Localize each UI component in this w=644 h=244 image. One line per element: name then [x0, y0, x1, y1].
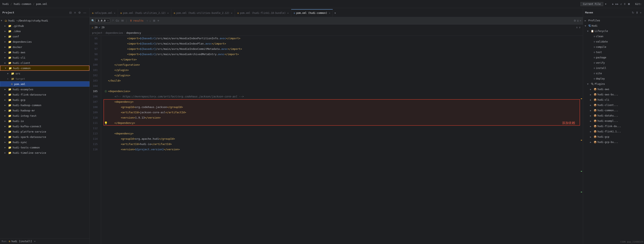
maven-plugin-hudi-gcp[interactable]: ▶ 📦 hudi-gcp	[583, 134, 644, 139]
run-bar: Run: m hudi [install] ×	[0, 238, 90, 244]
filter-btn[interactable]: ⚙	[574, 19, 576, 22]
maven-add-btn[interactable]: +	[640, 10, 642, 15]
maven-lifecycle[interactable]: ▼ 📋 Lifecycle	[583, 28, 644, 34]
tree-item-docker[interactable]: ▶ 📁 docker	[0, 44, 90, 50]
code-line-108: <groupId>org.codehaus.jackson</groupId>	[104, 105, 580, 110]
sidebar-collapse-btn[interactable]: ⊟	[68, 10, 72, 15]
maven-plugin-hudi-client[interactable]: ▶ 📦 hudi-client...	[583, 103, 644, 108]
code-line-112	[104, 126, 580, 131]
maven-profiles[interactable]: ▶ Profiles	[583, 18, 644, 23]
search-match-btn[interactable]: ⊞	[152, 19, 156, 22]
tab-hudi-common[interactable]: m pom.xml (hudi-common) ×	[291, 9, 333, 17]
warn-collapse-btn[interactable]: ∨	[579, 26, 581, 29]
maven-lifecycle-verify[interactable]: ▶ ⚙ verify	[583, 60, 644, 65]
breadcrumb-dependencies[interactable]: dependencies	[106, 31, 123, 34]
tree-item-hudi-client[interactable]: ▶ 📁 hudi-client	[0, 60, 90, 65]
code-line-105: <dependencies>	[104, 89, 580, 94]
run-close-btn[interactable]: ×	[34, 240, 36, 243]
maven-plugin-hudi-common[interactable]: ▶ 📦 hudi-common...	[583, 108, 644, 113]
maven-lifecycle-deploy[interactable]: ▶ ⚙ deploy	[583, 76, 644, 81]
search-actions: .* Cc W	[111, 19, 124, 22]
dropdown-icon[interactable]: ▾	[605, 2, 606, 5]
filter-icon-btn[interactable]: ⧖	[577, 19, 579, 22]
search-input-wrapper: 3.0.0 ×	[96, 19, 110, 22]
search-context-btn[interactable]: ≡	[157, 19, 160, 22]
breadcrumb-project[interactable]: project	[92, 31, 102, 34]
search-prev-btn[interactable]: ↑	[146, 19, 148, 22]
hint-lightbulb-icon[interactable]: 💡	[104, 120, 108, 126]
tab-utilities-212[interactable]: m pom.xml (hudi-utilities_2.12) ×	[118, 9, 172, 17]
tab-more-button[interactable]: ▾	[333, 9, 338, 17]
tree-item-dependencies[interactable]: ▶ 📁 dependencies	[0, 39, 90, 44]
tree-item-idea[interactable]: ▶ 📁 .idea	[0, 28, 90, 34]
search-word-btn[interactable]: W	[120, 19, 124, 22]
search-case-btn[interactable]: Cc	[115, 19, 120, 22]
tab-utilities-bundle-212[interactable]: m pom.xml (hudi-utilities-bundle_2.12) ×	[172, 9, 235, 17]
tree-item-conf[interactable]: ▶ 📁 conf	[0, 34, 90, 39]
title-bar-left: hudi / hudi-common / pom.xml	[2, 2, 47, 5]
maven-plugin-hudi-gcp-bu[interactable]: ▶ 📦 hudi-gcp-bu...	[583, 139, 644, 145]
maven-plugin-hudi-aws[interactable]: ▶ 📦 hudi-aws	[583, 87, 644, 92]
close-search-btn[interactable]: ×	[580, 19, 581, 22]
maven-plugins[interactable]: ▼ 🔌 Plugins	[583, 81, 644, 87]
csdn-tag: CSDN @qq_21480329	[620, 241, 643, 243]
search-regex-btn[interactable]: .*	[111, 19, 114, 22]
tree-item-hudi-common[interactable]: ▼ 📁 hudi-common	[0, 65, 90, 71]
tree-item-github[interactable]: ▶ 📁 .github	[0, 23, 90, 28]
tree-item-target[interactable]: ▶ 📁 target	[0, 76, 90, 81]
maven-lifecycle-site[interactable]: ▶ ⚙ site	[583, 71, 644, 76]
tree-item-hudi-flink-datasource[interactable]: ▶ 📁 hudi-flink-datasource	[0, 92, 90, 97]
tree-item-hudi-tests-common[interactable]: ▶ 📁 hudi-tests-common	[0, 145, 90, 150]
tree-item-hudi-timeline-service[interactable]: ▶ 📁 hudi-timeline-service	[0, 150, 90, 155]
maven-refresh-btn[interactable]: ↻	[631, 10, 635, 15]
tree-item-hudi-platform-service[interactable]: ▶ 📁 hudi-platform-service	[0, 129, 90, 134]
tree-item-hudi-hadoop-common[interactable]: ▶ 📁 hudi-hadoop-common	[0, 103, 90, 108]
tree-item-hudi-cli[interactable]: ▶ 📁 hudi-cli	[0, 55, 90, 60]
tree-item-hudi-examples[interactable]: ▶ 📁 hudi-examples	[0, 87, 90, 92]
tree-item-hudi-kafka-connect[interactable]: ▶ 📁 hudi-kafka-connect	[0, 124, 90, 129]
sidebar-settings-btn[interactable]: ⚙	[78, 10, 82, 15]
maven-download-btn[interactable]: ⬇	[636, 10, 639, 15]
tree-item-hudi-aws[interactable]: ▶ 📁 hudi-aws	[0, 50, 90, 55]
code-line-114: <groupId>org.apache.hudi</groupId>	[104, 136, 580, 141]
maven-hudi[interactable]: ▼ 🏗 Hudi	[583, 23, 644, 28]
maven-lifecycle-validate[interactable]: ▶ ⚙ validate	[583, 39, 644, 44]
maven-lifecycle-clean[interactable]: ▶ ⚙ clean	[583, 34, 644, 39]
tree-item-pom-xml[interactable]: ▶ m pom.xml	[0, 81, 90, 87]
linenum-99: 99	[90, 57, 99, 62]
run-label: Run:	[2, 240, 8, 243]
search-clear-btn[interactable]: ×	[107, 19, 108, 22]
sep1: /	[10, 2, 12, 5]
sidebar-close-btn[interactable]: —	[82, 10, 87, 15]
current-file-btn[interactable]: Current File	[580, 2, 604, 6]
tab-flink118-bundle[interactable]: m pom.xml (hudi-flink1.18-bundle) ×	[235, 9, 291, 17]
maven-plugin-hudi-exampl[interactable]: ▶ 📦 hudi-exampl...	[583, 118, 644, 124]
maven-lifecycle-install[interactable]: ▶ ⚙ install	[583, 65, 644, 71]
maven-plugin-hudi-flink-da[interactable]: ▶ 📦 hudi-flink-da...	[583, 124, 644, 129]
tree-item-hudi-sync[interactable]: ▶ 📁 hudi-sync	[0, 139, 90, 145]
sep2: /	[33, 2, 34, 5]
tree-item-hudi-spark-datasource[interactable]: ▶ 📁 hudi-spark-datasource	[0, 134, 90, 139]
maven-lifecycle-package[interactable]: ▶ ⚙ package	[583, 55, 644, 60]
sidebar-expand-btn[interactable]: ≡	[73, 10, 77, 15]
tree-item-hudi-integ-test[interactable]: ▶ 📁 hudi-integ-test	[0, 113, 90, 118]
maven-lifecycle-test[interactable]: ▶ ⚙ test	[583, 50, 644, 55]
breadcrumb-dependency[interactable]: dependency	[126, 31, 141, 34]
search-next-btn[interactable]: ↓	[149, 19, 152, 22]
maven-plugin-hudi-cli[interactable]: ▶ 📦 hudi-cli	[583, 97, 644, 103]
maven-lifecycle-compile[interactable]: ▶ ⚙ compile	[583, 44, 644, 50]
warn-expand-btn[interactable]: ∧	[576, 26, 578, 29]
code-line-95: <import>${basedir}/src/main/avro/HoodieI…	[104, 36, 580, 41]
project-label: hudi	[2, 2, 9, 5]
tree-item-hudi-io[interactable]: ▶ 📁 hudi-io	[0, 118, 90, 124]
maven-plugin-hudi-aws-bu[interactable]: ▶ 📦 hudi-aws-bu...	[583, 92, 644, 97]
maven-plugin-hudi-flink11[interactable]: ▶ 📦 hudi-flink1.1...	[583, 129, 644, 134]
tab-ndle-pom[interactable]: m ndle/pom.xml ×	[90, 9, 118, 17]
tree-item-hudi-hadoop-mr[interactable]: ▶ 📁 hudi-hadoop-mr	[0, 108, 90, 113]
code-line-109: <artifactId>jackson-core-asl</artifactId…	[104, 110, 580, 115]
tree-item-src[interactable]: ▶ 📁 src	[0, 71, 90, 76]
scroll-track[interactable]	[580, 36, 583, 244]
tree-item-hudi-gcp[interactable]: ▶ 📁 hudi-gcp	[0, 97, 90, 103]
maven-plugin-hudi-datahu[interactable]: ▶ 📦 hudi-datahu...	[583, 113, 644, 118]
tree-root[interactable]: ▼ 🗂 hudi ~/Desktop/study/hudi	[0, 18, 90, 23]
